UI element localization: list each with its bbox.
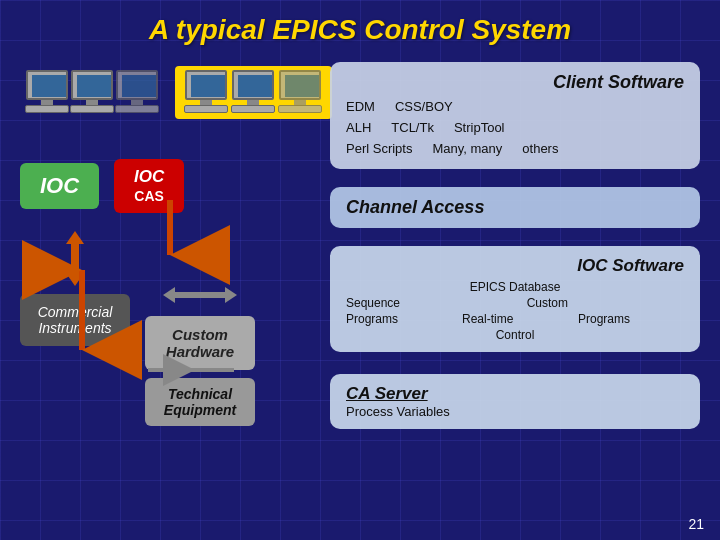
computer-icon-1 <box>20 70 75 115</box>
programs-label: Programs <box>346 312 452 326</box>
ioc-green-box: IOC <box>20 163 99 209</box>
sequence-label: Sequence <box>346 296 452 310</box>
client-software-callout: Client Software EDM CSS/BOY ALH TCL/Tk S… <box>330 62 700 169</box>
page-number: 21 <box>688 516 704 532</box>
computer-icon-6 <box>273 70 328 115</box>
slide-title: A typical EPICS Control System <box>0 0 720 56</box>
gray-arrow <box>145 286 255 304</box>
ioc-row: IOC IOC CAS <box>20 159 184 213</box>
perl-label: Perl Scripts <box>346 139 412 160</box>
ioc-software-content: EPICS Database Sequence Custom Programs … <box>346 280 684 342</box>
striptool-label: StripTool <box>454 118 505 139</box>
many-others-2: others <box>522 139 558 160</box>
many-others-1: Many, many <box>432 139 502 160</box>
custom-label: Custom <box>462 296 568 310</box>
channel-access-title: Channel Access <box>346 197 684 218</box>
cssBoy-label: CSS/BOY <box>395 97 453 118</box>
client-software-title: Client Software <box>346 72 684 93</box>
epics-db-label: EPICS Database <box>346 280 684 294</box>
channel-access-callout: Channel Access <box>330 187 700 228</box>
left-column: IOC IOC CAS Commercial Instruments <box>20 56 320 516</box>
ca-server-title: CA Server <box>346 384 684 404</box>
cas-label: CAS <box>134 188 164 204</box>
custom-hardware-box: Custom Hardware <box>145 316 255 370</box>
bottom-section: Commercial Instruments Custom Hardware T… <box>20 231 255 426</box>
right-column: Client Software EDM CSS/BOY ALH TCL/Tk S… <box>320 56 700 516</box>
edm-label: EDM <box>346 97 375 118</box>
computer-group-1 <box>20 66 165 119</box>
commercial-instruments-box: Commercial Instruments <box>20 294 130 346</box>
tcltk-label: TCL/Tk <box>391 118 434 139</box>
ioc-cas-label: IOC <box>128 167 170 187</box>
ioc-software-callout: IOC Software EPICS Database Sequence Cus… <box>330 246 700 352</box>
tech-equipment-box: Technical Equipment <box>145 378 255 426</box>
double-arrow <box>65 231 85 286</box>
computer-icon-3 <box>110 70 165 115</box>
client-software-content: EDM CSS/BOY ALH TCL/Tk StripTool Perl Sc… <box>346 97 684 159</box>
ioc-software-title: IOC Software <box>346 256 684 276</box>
computer-group-yellow <box>175 66 332 119</box>
ioc-cas-box: IOC CAS <box>114 159 184 213</box>
realtime-label: Real-time <box>462 312 568 326</box>
hardware-section: Custom Hardware Technical Equipment <box>145 286 255 426</box>
ca-server-subtitle: Process Variables <box>346 404 684 419</box>
computers-row <box>20 66 332 119</box>
ca-server-callout: CA Server Process Variables <box>330 374 700 429</box>
alh-label: ALH <box>346 118 371 139</box>
programs2-label: Programs <box>578 312 684 326</box>
control-label: Control <box>462 328 568 342</box>
